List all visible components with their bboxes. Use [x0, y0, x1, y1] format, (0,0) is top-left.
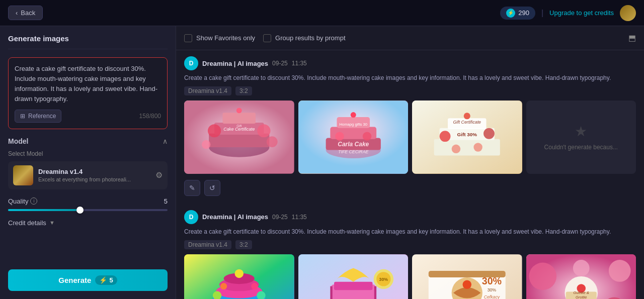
svg-point-29	[484, 128, 495, 139]
gen-tags-2: Dreamina v1.4 3:2	[184, 240, 636, 249]
lightning-icon: ⚡	[99, 276, 107, 284]
sidebar: Generate images Create a cake gift certi…	[0, 26, 176, 299]
ratio-tag-1: 3:2	[235, 86, 252, 95]
quality-slider[interactable]	[8, 209, 168, 211]
ratio-tag-2: 3:2	[235, 240, 252, 249]
cake-image-7: 30% 30% Cefkacy Gokonatie Cotoffure	[412, 254, 522, 299]
header: ‹ Back ⚡ 290 | Upgrade to get credits	[0, 0, 644, 26]
back-icon: ‹	[16, 9, 18, 17]
favorites-checkbox[interactable]	[184, 34, 192, 42]
svg-point-63	[463, 280, 471, 288]
svg-point-71	[608, 260, 630, 282]
image-cell-2-3[interactable]: 30% 30% Cefkacy Gokonatie Cotoffure	[412, 254, 522, 299]
svg-rect-51	[330, 286, 332, 299]
edit-button-1[interactable]: ✎	[184, 180, 200, 196]
gen-time-2: 11:35	[292, 214, 307, 221]
svg-point-41	[235, 269, 244, 277]
credit-details-label: Credit details	[8, 219, 46, 227]
model-card[interactable]: Dreamina v1.4 Excels at everything from …	[8, 161, 168, 189]
gen-time-1: 11:35	[292, 60, 307, 67]
cake-image-8: Guetlie & Grotlie SWEET CAKE COLLECTION	[526, 254, 636, 299]
show-favorites-filter[interactable]: Show Favorites only	[184, 34, 255, 42]
generation-block-2: D Dreamina | AI images 09-25 11:35 Creat…	[176, 204, 644, 299]
quality-info-icon[interactable]: i	[30, 197, 37, 205]
svg-point-70	[529, 262, 556, 290]
image-cell-1-2[interactable]: Carla Cake TIFE CECIRAE Homapg gifts 30	[298, 101, 409, 174]
header-right: ⚡ 290 | Upgrade to get credits	[500, 5, 636, 21]
prompt-text: Create a cake gift certificate to discou…	[15, 64, 161, 105]
svg-point-30	[452, 145, 460, 153]
main-layout: Generate images Create a cake gift certi…	[0, 26, 644, 299]
gen-tags-1: Dreamina v1.4 3:2	[184, 86, 636, 95]
quality-label: Quality i	[8, 197, 37, 205]
generate-credits-badge: ⚡ 5	[95, 275, 117, 285]
image-grid-1: Cake Certificate Gift	[184, 101, 636, 174]
cake-image-5: 30%Cake Gift Certificate	[184, 254, 294, 299]
gen-name-2: Dreamina | AI images	[202, 213, 268, 221]
reference-icon: ⊞	[20, 113, 25, 120]
gen-meta-2: D Dreamina | AI images 09-25 11:35	[184, 210, 636, 224]
model-settings-icon[interactable]: ⚙	[155, 170, 163, 180]
gen-avatar-1: D	[184, 56, 198, 70]
svg-rect-50	[334, 281, 372, 289]
image-cell-1-1[interactable]: Cake Certificate Gift	[184, 101, 294, 174]
svg-text:Gift 30%: Gift 30%	[457, 132, 477, 137]
svg-point-43	[251, 283, 258, 289]
chevron-up-icon[interactable]: ∧	[163, 137, 168, 145]
prompt-box[interactable]: Create a cake gift certificate to discou…	[8, 57, 168, 129]
group-results-filter[interactable]: Group results by prompt	[263, 34, 345, 42]
quality-header: Quality i 5	[8, 197, 168, 205]
gen-date-2: 09-25	[272, 214, 288, 221]
credits-icon: ⚡	[506, 9, 515, 18]
slider-thumb[interactable]	[76, 207, 84, 214]
save-results-icon[interactable]: ⬒	[628, 33, 636, 43]
svg-point-74	[573, 260, 589, 276]
content-header: Show Favorites only Group results by pro…	[176, 26, 644, 50]
svg-point-5	[236, 108, 242, 113]
back-button[interactable]: ‹ Back	[8, 6, 43, 20]
sidebar-title: Generate images	[8, 34, 168, 49]
gen-date-1: 09-25	[272, 60, 288, 67]
generate-credits-count: 5	[109, 276, 113, 284]
image-grid-2: 30%Cake Gift Certificate	[184, 254, 636, 299]
svg-rect-4	[222, 113, 256, 124]
placeholder-star-icon: ★	[575, 123, 587, 140]
user-avatar[interactable]	[620, 5, 636, 21]
svg-text:Gift: Gift	[236, 124, 242, 128]
reference-button[interactable]: ⊞ Reference	[15, 110, 61, 123]
select-model-label: Select Model	[8, 150, 168, 157]
cake-image-6: 30% Hiere Curinkie Codifigue 300%	[298, 254, 409, 299]
image-cell-2-4[interactable]: Guetlie & Grotlie SWEET CAKE COLLECTION	[526, 254, 636, 299]
image-cell-2-2[interactable]: 30% Hiere Curinkie Codifigue 300%	[298, 254, 409, 299]
gen-meta-1: D Dreamina | AI images 09-25 11:35	[184, 56, 636, 70]
image-cell-2-1[interactable]: 30%Cake Gift Certificate	[184, 254, 294, 299]
model-name: Dreamina v1.4	[38, 168, 150, 175]
back-label: Back	[21, 9, 35, 17]
content-area: Show Favorites only Group results by pro…	[176, 26, 644, 299]
credit-details[interactable]: Credit details ▼	[8, 219, 168, 227]
svg-point-42	[220, 283, 227, 289]
refresh-button-1[interactable]: ↺	[204, 180, 220, 196]
svg-rect-52	[374, 286, 376, 299]
placeholder-text: Couldn't generate becaus...	[544, 144, 618, 151]
image-placeholder: ★ Couldn't generate becaus...	[526, 101, 636, 174]
slider-fill	[8, 209, 80, 211]
action-bar-1: ✎ ↺	[184, 178, 636, 198]
group-checkbox[interactable]	[263, 34, 271, 42]
svg-point-7	[257, 124, 270, 137]
svg-point-19	[362, 132, 371, 140]
upgrade-link[interactable]: Upgrade to get credits	[549, 9, 614, 17]
model-section-header: Model ∧	[8, 137, 168, 145]
image-cell-1-4: ★ Couldn't generate becaus...	[526, 101, 636, 174]
cake-image-1: Cake Certificate Gift	[184, 101, 294, 174]
image-cell-1-3[interactable]: Gift 30% Gift Certificate	[412, 101, 522, 174]
model-desc: Excels at everything from photoreali...	[38, 176, 139, 182]
generate-label: Generate	[58, 276, 91, 284]
svg-point-17	[350, 112, 356, 118]
generate-button[interactable]: Generate ⚡ 5	[8, 269, 168, 291]
gen-prompt-1: Create a cake gift certificate to discou…	[184, 73, 636, 82]
credits-count: 290	[518, 9, 529, 17]
svg-text:Grotlie: Grotlie	[576, 294, 587, 299]
svg-point-18	[335, 132, 344, 140]
cake-image-2: Carla Cake TIFE CECIRAE Homapg gifts 30	[298, 101, 409, 174]
